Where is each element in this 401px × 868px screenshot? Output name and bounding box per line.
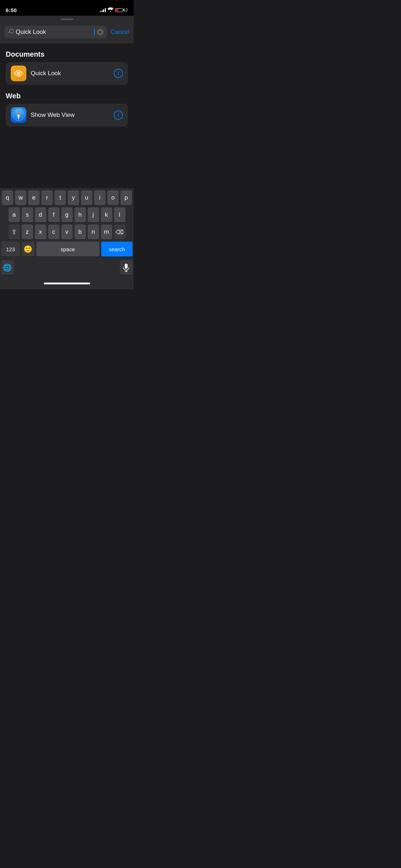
- key-m[interactable]: m: [101, 224, 112, 239]
- key-d[interactable]: d: [35, 207, 46, 222]
- result-label-quick-look: Quick Look: [31, 70, 109, 77]
- key-q[interactable]: q: [2, 190, 13, 205]
- key-numbers[interactable]: 123: [1, 242, 20, 257]
- key-u[interactable]: u: [81, 190, 92, 205]
- home-bar: [0, 277, 134, 289]
- key-k[interactable]: k: [101, 207, 112, 222]
- search-icon: [8, 29, 14, 36]
- result-item-quick-look[interactable]: Quick Look i: [6, 62, 128, 85]
- key-r[interactable]: r: [41, 190, 53, 205]
- status-time: 6:50: [6, 7, 17, 13]
- key-y[interactable]: y: [68, 190, 79, 205]
- key-t[interactable]: t: [55, 190, 66, 205]
- info-button-quick-look[interactable]: i: [114, 69, 123, 78]
- key-f[interactable]: f: [48, 207, 60, 222]
- signal-icon: [100, 8, 106, 12]
- key-h[interactable]: h: [74, 207, 86, 222]
- svg-point-2: [18, 73, 19, 74]
- key-shift[interactable]: ⇧: [9, 224, 20, 239]
- section-title-web: Web: [6, 92, 128, 100]
- key-mic[interactable]: [120, 260, 133, 275]
- app-icon-safari: [11, 107, 26, 123]
- key-delete[interactable]: ⌫: [114, 224, 125, 239]
- search-input-wrapper[interactable]: Quick Look: [4, 26, 107, 38]
- key-p[interactable]: p: [120, 190, 132, 205]
- key-g[interactable]: g: [61, 207, 73, 222]
- keyboard-row-3: ⇧ z x c v b n m ⌫: [0, 222, 134, 239]
- key-l[interactable]: l: [114, 207, 125, 222]
- wifi-icon: [108, 7, 113, 13]
- key-s[interactable]: s: [22, 207, 33, 222]
- battery-level: 12: [124, 8, 128, 12]
- result-item-show-web-view[interactable]: Show Web View i: [6, 104, 128, 126]
- app-icon-quick-look: [11, 66, 26, 81]
- key-x[interactable]: x: [35, 224, 46, 239]
- key-a[interactable]: a: [9, 207, 20, 222]
- key-n[interactable]: n: [88, 224, 99, 239]
- section-title-documents: Documents: [6, 50, 128, 58]
- keyboard-row-2: a s d f g h j k l: [0, 205, 134, 222]
- key-b[interactable]: b: [74, 224, 86, 239]
- keyboard-bottom-row: 🌐: [0, 258, 134, 277]
- cancel-button[interactable]: Cancel: [110, 29, 129, 36]
- status-icons: 12: [100, 7, 128, 13]
- result-label-show-web-view: Show Web View: [31, 112, 109, 119]
- key-z[interactable]: z: [22, 224, 33, 239]
- search-input[interactable]: Quick Look: [16, 29, 92, 36]
- info-button-show-web-view[interactable]: i: [114, 110, 123, 120]
- clear-button[interactable]: [97, 29, 103, 35]
- key-w[interactable]: w: [15, 190, 26, 205]
- drag-handle: [0, 16, 134, 23]
- key-o[interactable]: o: [107, 190, 119, 205]
- status-bar: 6:50 12: [0, 0, 134, 16]
- key-c[interactable]: c: [48, 224, 60, 239]
- battery-icon: 12: [115, 8, 128, 12]
- svg-rect-8: [125, 264, 128, 269]
- key-globe[interactable]: 🌐: [1, 260, 14, 275]
- svg-point-7: [18, 114, 19, 116]
- search-bar-container: Quick Look Cancel: [0, 23, 134, 43]
- key-i[interactable]: i: [94, 190, 106, 205]
- keyboard: q w e r t y u i o p a s d f g h j k l ⇧ …: [0, 188, 134, 289]
- content-area: Documents Quick Look i Web: [0, 43, 134, 126]
- key-emoji[interactable]: 🙂: [22, 242, 34, 257]
- key-v[interactable]: v: [61, 224, 73, 239]
- key-search[interactable]: search: [101, 242, 133, 257]
- key-e[interactable]: e: [28, 190, 40, 205]
- key-space[interactable]: space: [36, 242, 99, 257]
- keyboard-row-4: 123 🙂 space search: [0, 239, 134, 258]
- home-bar-line: [44, 283, 90, 284]
- keyboard-row-1: q w e r t y u i o p: [0, 188, 134, 205]
- key-j[interactable]: j: [88, 207, 99, 222]
